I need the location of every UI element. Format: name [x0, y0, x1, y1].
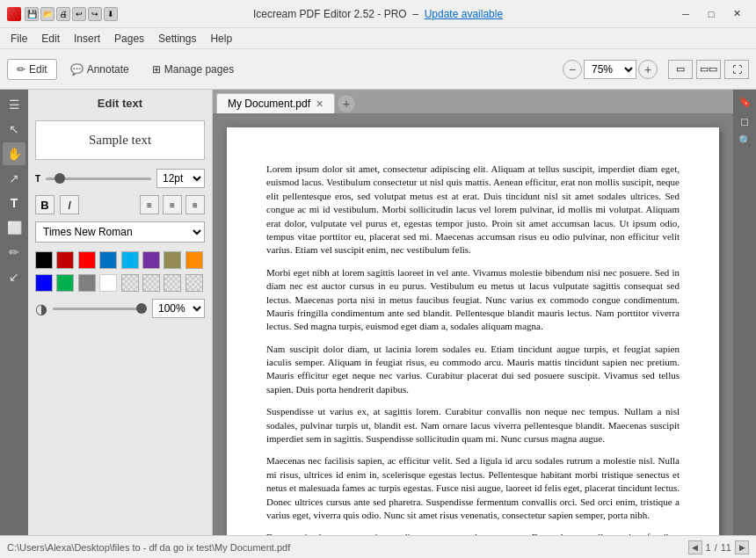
font-size-row: T 12pt 8pt 10pt 14pt 18pt 24pt: [35, 169, 205, 188]
pdf-tab-active[interactable]: My Document.pdf ✕: [216, 93, 335, 113]
opacity-row: ◑ 100% 75% 50% 25%: [35, 299, 205, 318]
pdf-paragraph-1: Lorem ipsum dolor sit amet, consectetur …: [266, 163, 680, 257]
italic-button[interactable]: I: [60, 195, 79, 214]
edit-icon: ✏: [17, 63, 25, 76]
color-white[interactable]: [99, 274, 117, 292]
minimize-button[interactable]: ─: [673, 4, 698, 24]
view-fullscreen-icon[interactable]: ⛶: [724, 60, 749, 79]
pdf-paragraph-2: Morbi eget nibh at lorem sagittis laoree…: [266, 266, 680, 334]
update-link[interactable]: Update available: [425, 8, 503, 20]
sidebar-shape-icon[interactable]: ⬜: [3, 216, 25, 239]
font-size-icon: T: [35, 174, 40, 184]
titlebar-quick-access: 💾 📂 🖨 ↩ ↪ ⬇: [25, 7, 118, 21]
color-transparent3[interactable]: [164, 274, 181, 292]
font-size-slider[interactable]: [46, 178, 151, 180]
pdf-paragraph-4: Suspendisse ut varius ex, at sagittis lo…: [266, 405, 680, 446]
edit-button[interactable]: ✏ Edit: [7, 59, 57, 80]
opacity-slider[interactable]: [53, 308, 147, 310]
page-current: 1: [706, 542, 711, 553]
main-area: ☰ ↖ ✋ ↗ T ⬜ ✏ ↙ Edit text Sample text T …: [0, 90, 756, 535]
menu-file[interactable]: File: [4, 31, 34, 47]
save-btn[interactable]: 💾: [25, 7, 39, 21]
sample-text-box: Sample text: [35, 120, 205, 160]
more-btn[interactable]: ⬇: [104, 7, 118, 21]
annotate-label: Annotate: [87, 63, 129, 76]
page-separator: /: [715, 542, 717, 553]
font-family-select[interactable]: Times New Roman Arial Helvetica Courier …: [35, 221, 205, 243]
title-text: Icecream PDF Editor 2.52 - PRO: [253, 8, 407, 20]
color-darkred[interactable]: [56, 251, 74, 269]
app-icon: [7, 7, 21, 21]
prev-page-button[interactable]: ◀: [688, 540, 702, 554]
menu-insert[interactable]: Insert: [67, 31, 107, 47]
menu-settings[interactable]: Settings: [151, 31, 203, 47]
maximize-button[interactable]: □: [699, 4, 723, 24]
left-sidebar: ☰ ↖ ✋ ↗ T ⬜ ✏ ↙: [0, 90, 28, 535]
sidebar-menu-icon[interactable]: ☰: [3, 93, 25, 116]
bookmark-icon[interactable]: 🔖: [736, 93, 753, 111]
font-size-select[interactable]: 12pt 8pt 10pt 14pt 18pt 24pt: [156, 169, 205, 188]
pdf-tabs: My Document.pdf ✕ +: [213, 90, 733, 113]
right-sidebar: 🔖 ◻ 🔍: [733, 90, 756, 535]
view-mode-buttons: ▭ ▭▭ ⛶: [668, 60, 749, 79]
sidebar-arrow-icon[interactable]: ↖: [3, 118, 25, 141]
view-single-icon[interactable]: ▭: [668, 60, 693, 79]
thumbnail-icon[interactable]: ◻: [736, 112, 753, 130]
bold-button[interactable]: B: [35, 195, 55, 214]
color-transparent2[interactable]: [142, 274, 160, 292]
color-gray[interactable]: [78, 274, 96, 292]
pdf-tab-name: My Document.pdf: [228, 98, 310, 110]
sidebar-draw-icon[interactable]: ✏: [3, 241, 25, 264]
sidebar-text-icon[interactable]: T: [3, 192, 25, 214]
alignment-buttons: ≡ ≡ ≡: [140, 195, 205, 214]
menubar: File Edit Insert Pages Settings Help: [0, 28, 756, 49]
zoom-out-button[interactable]: −: [563, 60, 582, 79]
sidebar-hand-icon[interactable]: ✋: [3, 142, 25, 165]
search-icon[interactable]: 🔍: [736, 132, 753, 149]
pdf-canvas[interactable]: Lorem ipsum dolor sit amet, consectetur …: [213, 113, 733, 535]
sample-text: Sample text: [89, 133, 151, 148]
color-brightblue[interactable]: [35, 274, 53, 292]
color-transparent4[interactable]: [185, 274, 203, 292]
zoom-controls: − 75% 100% 125% 150% +: [563, 60, 658, 79]
pdf-paragraph-5: Maecenas nec facilisis sapien, ac effici…: [266, 454, 680, 522]
color-tan[interactable]: [164, 251, 181, 269]
zoom-in-button[interactable]: +: [638, 60, 658, 79]
zoom-select[interactable]: 75% 100% 125% 150%: [584, 60, 636, 79]
color-black[interactable]: [35, 251, 53, 269]
edit-panel-title: Edit text: [35, 97, 205, 110]
titlebar-left: 💾 📂 🖨 ↩ ↪ ⬇: [7, 7, 118, 21]
manage-pages-button[interactable]: ⊞ Manage pages: [142, 59, 244, 80]
color-blue[interactable]: [99, 251, 117, 269]
menu-pages[interactable]: Pages: [107, 31, 151, 47]
titlebar: 💾 📂 🖨 ↩ ↪ ⬇ Icecream PDF Editor 2.52 - P…: [0, 0, 756, 28]
new-tab-button[interactable]: +: [337, 94, 356, 113]
view-double-icon[interactable]: ▭▭: [696, 60, 721, 79]
print-btn[interactable]: 🖨: [56, 7, 70, 21]
opacity-select[interactable]: 100% 75% 50% 25%: [152, 299, 205, 318]
app-title: Icecream PDF Editor 2.52 - PRO – Update …: [253, 8, 503, 20]
color-palette-row1: [35, 251, 205, 269]
color-orange[interactable]: [185, 251, 203, 269]
sidebar-more-icon[interactable]: ↙: [3, 265, 25, 288]
next-page-button[interactable]: ▶: [735, 540, 749, 554]
undo-btn[interactable]: ↩: [72, 7, 86, 21]
annotate-button[interactable]: 💬 Annotate: [61, 59, 139, 80]
pages-icon: ⊞: [152, 63, 161, 76]
menu-help[interactable]: Help: [203, 31, 239, 47]
color-purple[interactable]: [142, 251, 160, 269]
color-red[interactable]: [78, 251, 96, 269]
tab-close-button[interactable]: ✕: [316, 98, 323, 110]
sidebar-select-icon[interactable]: ↗: [3, 167, 25, 190]
align-center-button[interactable]: ≡: [163, 195, 182, 214]
close-button[interactable]: ✕: [724, 4, 749, 24]
align-right-button[interactable]: ≡: [185, 195, 205, 214]
menu-edit[interactable]: Edit: [34, 31, 67, 47]
font-select-row: Times New Roman Arial Helvetica Courier …: [35, 221, 205, 243]
color-green[interactable]: [56, 274, 74, 292]
color-lightblue[interactable]: [121, 251, 139, 269]
open-btn[interactable]: 📂: [40, 7, 55, 21]
redo-btn[interactable]: ↪: [88, 7, 102, 21]
align-left-button[interactable]: ≡: [140, 195, 159, 214]
color-transparent1[interactable]: [121, 274, 139, 292]
